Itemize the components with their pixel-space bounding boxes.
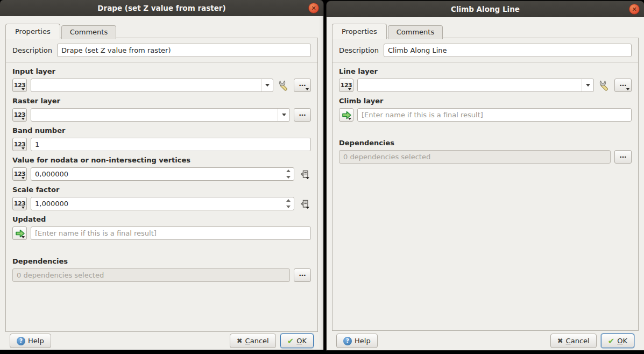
tabbar: Properties Comments (332, 24, 443, 39)
output-type-button[interactable] (12, 226, 27, 240)
properties-panel: Description Input layer 123 (5, 38, 318, 332)
edit-expression-button[interactable] (598, 79, 611, 92)
raster-layer-label: Raster layer (12, 97, 311, 105)
combobox-arrow-zone[interactable] (278, 109, 289, 121)
cancel-button-label: Cancel (245, 337, 269, 345)
spin-up-icon (286, 169, 291, 172)
ok-button[interactable]: ✔ OK (601, 334, 634, 348)
data-defined-override-icon (299, 199, 310, 209)
description-label: Description (12, 46, 52, 54)
dependencies-field: 0 dependencies selected (339, 150, 611, 164)
dependencies-browse-button[interactable]: … (294, 268, 311, 282)
scale-factor-spinbox (31, 197, 294, 210)
dialog-footer: ? Help ✖ Cancel ✔ OK (10, 334, 314, 348)
input-layer-label: Input layer (12, 67, 311, 75)
cancel-button[interactable]: ✖ Cancel (230, 334, 276, 348)
raster-layer-combobox[interactable] (31, 108, 290, 122)
parameter-type-button[interactable]: 123 (12, 138, 27, 151)
cancel-button-label: Cancel (566, 337, 590, 345)
band-number-input[interactable] (31, 138, 311, 151)
chevron-down-icon (22, 118, 25, 120)
window-title: Climb Along Line (451, 5, 520, 13)
chevron-down-icon (306, 88, 309, 90)
combobox-arrow-zone[interactable] (261, 79, 273, 91)
separator (6, 62, 317, 63)
parameter-type-button[interactable]: 123 (12, 79, 27, 92)
parameter-type-button[interactable]: 123 (12, 197, 27, 210)
line-layer-browse-button[interactable]: … (614, 79, 632, 92)
parameter-type-button[interactable]: 123 (12, 108, 27, 122)
description-input[interactable] (57, 44, 311, 57)
close-icon[interactable]: ✕ (308, 3, 319, 13)
titlebar[interactable]: Climb Along Line ✕ (327, 1, 644, 17)
tab-comments[interactable]: Comments (61, 25, 116, 39)
climb-layer-name-input[interactable] (357, 108, 632, 122)
chevron-down-icon (282, 114, 286, 116)
dialog-footer: ? Help ✖ Cancel ✔ OK (336, 334, 634, 348)
nodata-spinbox-input[interactable] (31, 167, 294, 181)
drape-dialog-window: Drape (set Z value from raster) ✕ Proper… (0, 0, 323, 350)
help-button[interactable]: ? Help (10, 334, 51, 348)
spinbox-arrows[interactable] (286, 199, 291, 208)
nodata-spinbox (31, 167, 294, 181)
ok-button[interactable]: ✔ OK (280, 334, 314, 348)
spinbox-arrows[interactable] (286, 169, 291, 179)
chevron-down-icon (22, 207, 25, 209)
ok-button-label: OK (296, 337, 307, 345)
titlebar[interactable]: Drape (set Z value from raster) ✕ (0, 0, 323, 16)
chevron-down-icon (348, 88, 351, 90)
parameter-type-button[interactable]: 123 (12, 167, 27, 181)
wrench-icon (598, 80, 610, 91)
nodata-value-label: Value for nodata or non-intersecting ver… (12, 156, 311, 164)
tab-comments[interactable]: Comments (388, 25, 443, 39)
combobox-arrow-zone[interactable] (582, 79, 593, 91)
cancel-button[interactable]: ✖ Cancel (550, 334, 597, 348)
raster-layer-browse-button[interactable]: … (294, 108, 311, 122)
band-number-label: Band number (12, 126, 311, 134)
spin-down-icon (286, 176, 291, 179)
ok-check-icon: ✔ (287, 336, 294, 346)
dependencies-label: Dependencies (12, 257, 311, 265)
dependencies-label: Dependencies (339, 139, 632, 147)
cancel-x-icon: ✖ (557, 337, 563, 345)
data-defined-override-icon (299, 169, 310, 180)
description-input[interactable] (384, 44, 632, 57)
chevron-down-icon (22, 88, 25, 90)
output-type-button[interactable] (339, 108, 353, 122)
ellipsis-icon: … (299, 109, 306, 117)
data-defined-override-button[interactable] (298, 168, 311, 181)
parameter-type-button[interactable]: 123 (339, 79, 353, 92)
updated-label: Updated (12, 215, 311, 223)
separator (332, 62, 638, 63)
chevron-down-icon (22, 177, 25, 179)
ellipsis-icon: … (299, 270, 306, 278)
ok-button-label: OK (617, 337, 627, 345)
tab-properties[interactable]: Properties (332, 24, 387, 39)
help-icon: ? (343, 337, 352, 345)
scale-factor-label: Scale factor (12, 186, 311, 194)
scale-factor-spinbox-input[interactable] (31, 197, 294, 210)
close-icon[interactable]: ✕ (629, 4, 640, 15)
chevron-down-icon (265, 84, 270, 87)
help-button[interactable]: ? Help (336, 334, 378, 348)
dependencies-browse-button[interactable]: … (614, 150, 632, 164)
window-title: Drape (set Z value from raster) (97, 4, 225, 12)
data-defined-override-button[interactable] (298, 197, 311, 210)
line-layer-combobox[interactable] (357, 79, 594, 92)
dialog-body: Properties Comments Description Input la… (0, 16, 323, 350)
dependencies-field: 0 dependencies selected (12, 268, 290, 282)
updated-name-input[interactable] (31, 226, 311, 240)
description-label: Description (339, 46, 379, 54)
chevron-down-icon (626, 88, 629, 90)
dialog-body: Properties Comments Description Line lay… (327, 17, 644, 350)
cancel-x-icon: ✖ (237, 337, 243, 345)
input-layer-combobox[interactable] (31, 79, 273, 92)
tab-properties[interactable]: Properties (5, 24, 60, 39)
spin-up-icon (286, 199, 291, 202)
ellipsis-icon: … (620, 80, 627, 88)
chevron-down-icon (22, 236, 25, 238)
help-icon: ? (17, 337, 25, 345)
properties-panel: Description Line layer 123 (332, 38, 639, 331)
edit-expression-button[interactable] (277, 79, 290, 92)
input-layer-browse-button[interactable]: … (294, 79, 311, 92)
